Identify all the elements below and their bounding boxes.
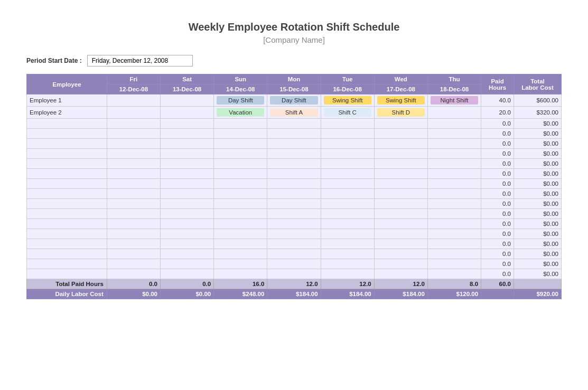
- schedule-table: Employee Fri Sat Sun Mon Tue Wed Thu Pai…: [26, 74, 562, 299]
- daily-cost-day-5: $184.00: [374, 289, 427, 299]
- employee-name: Employee 2: [27, 107, 107, 119]
- daily-cost-row: Daily Labor Cost$0.00$0.00$248.00$184.00…: [27, 289, 562, 299]
- header-thu-date: 18-Dec-08: [427, 84, 481, 94]
- header-wed-date: 17-Dec-08: [374, 84, 427, 94]
- page-subtitle: [Company Name]: [26, 35, 562, 44]
- daily-cost-day-0: $0.00: [107, 289, 160, 299]
- paid-hours-cell: 20.0: [481, 107, 514, 119]
- total-paid-hours: 60.0: [481, 279, 514, 289]
- labor-cost-cell: $600.00: [514, 94, 561, 107]
- period-row: Period Start Date :: [26, 55, 562, 66]
- shift-cell: Swing Shift: [321, 94, 374, 107]
- daily-cost-day-3: $184.00: [267, 289, 321, 299]
- header-fri-date: 12-Dec-08: [107, 84, 160, 94]
- total-day-6: 8.0: [427, 279, 481, 289]
- empty-row: 0.0$0.00: [27, 249, 562, 259]
- daily-cost-label: Daily Labor Cost: [27, 289, 107, 299]
- shift-cell: [160, 94, 213, 107]
- empty-row: 0.0$0.00: [27, 119, 562, 129]
- empty-row: 0.0$0.00: [27, 159, 562, 169]
- total-day-5: 12.0: [374, 279, 427, 289]
- empty-row: 0.0$0.00: [27, 129, 562, 139]
- paid-hours-cell: 40.0: [481, 94, 514, 107]
- shift-cell: Day Shift: [267, 94, 321, 107]
- employee-row: Employee 1Day ShiftDay ShiftSwing ShiftS…: [27, 94, 562, 107]
- empty-row: 0.0$0.00: [27, 179, 562, 189]
- empty-row: 0.0$0.00: [27, 219, 562, 229]
- shift-cell: Day Shift: [214, 94, 267, 107]
- header-tue-date: 16-Dec-08: [321, 84, 374, 94]
- daily-cost-day-1: $0.00: [160, 289, 213, 299]
- shift-cell: Swing Shift: [374, 94, 427, 107]
- header-mon-date: 15-Dec-08: [267, 84, 321, 94]
- page-container: Weekly Employee Rotation Shift Schedule …: [11, 11, 577, 310]
- empty-row: 0.0$0.00: [27, 149, 562, 159]
- shift-cell: Night Shift: [427, 94, 481, 107]
- total-day-3: 12.0: [267, 279, 321, 289]
- header-tue-day: Tue: [321, 74, 374, 84]
- header-employee: Employee: [27, 74, 107, 94]
- header-paid-hours: PaidHours: [481, 74, 514, 94]
- total-row: Total Paid Hours0.00.016.012.012.012.08.…: [27, 279, 562, 289]
- total-label: Total Paid Hours: [27, 279, 107, 289]
- header-sat-day: Sat: [160, 74, 213, 84]
- shift-cell: [107, 94, 160, 107]
- empty-row: 0.0$0.00: [27, 259, 562, 269]
- shift-cell: [160, 107, 213, 119]
- total-day-2: 16.0: [214, 279, 267, 289]
- total-day-4: 12.0: [321, 279, 374, 289]
- shift-cell: Shift C: [321, 107, 374, 119]
- header-fri-day: Fri: [107, 74, 160, 84]
- daily-cost-day-2: $248.00: [214, 289, 267, 299]
- header-total-labor: TotalLabor Cost: [514, 74, 561, 94]
- shift-cell: Shift A: [267, 107, 321, 119]
- table-body: Employee 1Day ShiftDay ShiftSwing ShiftS…: [27, 94, 562, 299]
- shift-cell: [427, 107, 481, 119]
- total-day-0: 0.0: [107, 279, 160, 289]
- total-labor-cost: $920.00: [514, 289, 561, 299]
- period-input[interactable]: [87, 55, 193, 66]
- period-label: Period Start Date :: [26, 57, 82, 64]
- empty-row: 0.0$0.00: [27, 229, 562, 239]
- header-row-days: Employee Fri Sat Sun Mon Tue Wed Thu Pai…: [27, 74, 562, 84]
- header-sun-day: Sun: [214, 74, 267, 84]
- page-title: Weekly Employee Rotation Shift Schedule: [26, 21, 562, 33]
- shift-cell: [107, 107, 160, 119]
- empty-row: 0.0$0.00: [27, 239, 562, 249]
- daily-cost-day-6: $120.00: [427, 289, 481, 299]
- employee-name: Employee 1: [27, 94, 107, 107]
- shift-cell: Shift D: [374, 107, 427, 119]
- daily-cost-day-4: $184.00: [321, 289, 374, 299]
- header-mon-day: Mon: [267, 74, 321, 84]
- empty-row: 0.0$0.00: [27, 189, 562, 199]
- employee-row: Employee 2VacationShift AShift CShift D2…: [27, 107, 562, 119]
- header-sun-date: 14-Dec-08: [214, 84, 267, 94]
- empty-row: 0.0$0.00: [27, 169, 562, 179]
- empty-row: 0.0$0.00: [27, 199, 562, 209]
- header-thu-day: Thu: [427, 74, 481, 84]
- empty-row: 0.0$0.00: [27, 209, 562, 219]
- total-day-1: 0.0: [160, 279, 213, 289]
- header-sat-date: 13-Dec-08: [160, 84, 213, 94]
- empty-row: 0.0$0.00: [27, 269, 562, 279]
- labor-cost-cell: $320.00: [514, 107, 561, 119]
- empty-row: 0.0$0.00: [27, 139, 562, 149]
- header-wed-day: Wed: [374, 74, 427, 84]
- shift-cell: Vacation: [214, 107, 267, 119]
